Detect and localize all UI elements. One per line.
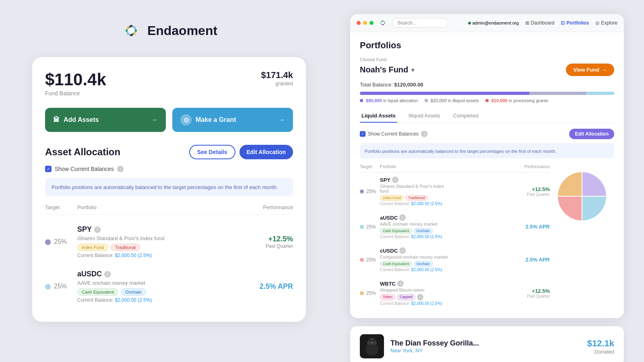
browser-dots: [357, 21, 374, 25]
ausdc-info-icon[interactable]: i: [104, 271, 111, 278]
ausdc-perf-value: 2.5% APR: [237, 282, 293, 291]
mini-ausdc-info-icon[interactable]: i: [399, 214, 406, 221]
dot-yellow[interactable]: [363, 21, 367, 25]
tab-liquid-assets[interactable]: Liquid Assets: [360, 109, 397, 123]
mini-spy-dot: [360, 189, 364, 193]
charity-location: New York, NY: [390, 348, 581, 354]
fund-granted-section: $171.4k granted: [261, 70, 293, 86]
bar-liquid: [360, 92, 529, 95]
tab-completed[interactable]: Completed: [452, 109, 480, 123]
grant-icon: ⊙: [180, 114, 192, 125]
see-details-button[interactable]: See Details: [189, 145, 235, 159]
app-content: Portfolios Choose Fund Noah's Fund ▾ Vie…: [350, 32, 624, 318]
mini-th-empty: [453, 164, 510, 169]
make-grant-button[interactable]: ⊙ Make a Grant →: [172, 108, 293, 132]
mini-wbtc-info-icon[interactable]: i: [397, 280, 404, 287]
mini-ausdc-desc: AAVE onchain money market: [380, 222, 453, 226]
mini-cusdc-target: 25%: [360, 257, 380, 263]
svg-point-7: [128, 27, 134, 34]
mini-cusdc-perf: 2.5% APR: [510, 257, 550, 263]
pie-slice-cusdc: [558, 196, 582, 220]
tab-illiquid-assets[interactable]: Illiquid Assets: [407, 109, 442, 123]
legend-liquid: $90,000 in liquid allocation: [360, 98, 418, 103]
granted-label: granted: [261, 80, 293, 86]
legend-dot-red: [485, 99, 489, 102]
browser-header: Search... admin@endaoment.org ⊞ Dashboar…: [350, 14, 624, 32]
mini-wbtc-pct: 25%: [366, 290, 376, 296]
spy-dot: [45, 239, 51, 245]
table-row: 25% WBTC i Wrapped Bitcoin token Token C…: [360, 276, 550, 310]
browser-nav-items: admin@endaoment.org ⊞ Dashboard ⊡ Portfo…: [468, 20, 617, 26]
mini-spy-name: SPY i: [380, 177, 453, 183]
show-balances-info-small[interactable]: i: [421, 131, 427, 137]
fund-selector[interactable]: Noah's Fund ▾: [360, 65, 414, 74]
pie-chart-svg: [554, 168, 610, 224]
ausdc-tag-cash: Cash Equivalent: [77, 288, 118, 296]
fund-name: Noah's Fund: [360, 65, 408, 74]
show-balances-checkbox[interactable]: [45, 166, 52, 172]
mini-wbtc-target: 25%: [360, 290, 380, 296]
mini-table-container: Target Portfolio Performance 25%: [360, 164, 614, 310]
nav-explore[interactable]: ◎ Explore: [595, 20, 617, 26]
show-balances-info-icon[interactable]: i: [117, 166, 124, 172]
mini-spy-info-icon[interactable]: i: [392, 177, 398, 183]
mini-cusdc-bal: Current Balance: $2,000.50 (2.5%): [380, 267, 453, 272]
mini-spy-tag-traditional: Traditional: [405, 195, 428, 201]
add-assets-label: Add Assets: [64, 116, 99, 123]
allocation-header: Asset Allocation See Details Edit Alloca…: [45, 145, 293, 159]
mini-spy-perf-label: Past Quarter: [510, 192, 550, 197]
spy-info-icon[interactable]: i: [94, 226, 101, 233]
legend-processing-amount: $10,000: [491, 98, 508, 103]
ausdc-performance: 2.5% APR: [237, 282, 293, 291]
mini-spy-desc: iShares Standard & Poor's index fund: [380, 184, 453, 193]
compass-icon: ◎: [595, 20, 599, 26]
allocation-info-box: Portfolio positions are automatically ba…: [45, 178, 293, 196]
email-text: admin@endaoment.org: [472, 21, 518, 25]
bar-illiquid: [529, 92, 586, 95]
dot-red[interactable]: [357, 21, 361, 25]
app-page-title: Portfolios: [360, 40, 614, 51]
mini-spy-bal: Current Balance: $2,000.50 (2.5%): [380, 202, 453, 206]
charity-name: The Dian Fossey Gorilla...: [390, 339, 581, 348]
mini-cusdc-tags: Cash Equivalent Onchain: [380, 261, 453, 267]
spy-desc: iShares Standard & Poor's index fund: [77, 235, 237, 241]
allocation-title: Asset Allocation: [45, 146, 120, 158]
th-performance: Performance: [237, 204, 293, 210]
mini-wbtc-capped-info-icon[interactable]: i: [417, 294, 423, 300]
legend-processing: $10,000 in processing grants: [485, 98, 548, 103]
allocation-actions: See Details Edit Allocation: [189, 145, 293, 159]
ausdc-name: aUSDC i: [77, 270, 237, 278]
view-fund-button[interactable]: View Fund →: [566, 64, 614, 76]
nav-dashboard[interactable]: ⊞ Dashboard: [525, 20, 555, 26]
legend-illiquid: $20,000 in illiquid assets: [425, 98, 479, 103]
mini-ausdc-tag-cash: Cash Equivalent: [380, 228, 412, 234]
edit-allocation-button[interactable]: Edit Allocation: [239, 145, 293, 159]
charity-donated-amount: $12.1k: [587, 338, 614, 349]
arrow-icon: →: [602, 67, 607, 73]
dot-green[interactable]: [369, 21, 374, 25]
ausdc-balance: Current Balance: $2,000.50 (2.5%): [77, 297, 237, 303]
browser-search-bar[interactable]: Search...: [392, 18, 448, 28]
fund-balance-amount: $110.4k: [45, 70, 106, 89]
add-assets-button[interactable]: 🏛 Add Assets →: [45, 108, 166, 132]
fund-balance-label: Fund Balance: [45, 90, 106, 97]
ausdc-tags: Cash Equivalent Onchain: [77, 288, 237, 296]
total-balance-amount: $120,000.00: [394, 82, 423, 88]
mini-ausdc-target: 25%: [360, 224, 380, 230]
pie-slice-wbtc: [558, 172, 582, 196]
nav-portfolios[interactable]: ⊡ Portfolios: [561, 20, 589, 26]
mini-cusdc-desc: Compound onchain money market: [380, 255, 453, 259]
show-balances-checkbox-small[interactable]: [360, 131, 365, 137]
mini-wbtc-name: WBTC i: [380, 280, 453, 287]
table-row: 25% aUSDC i AAVE onchain money market Ca…: [360, 210, 550, 243]
edit-allocation-button-small[interactable]: Edit Allocation: [569, 129, 614, 139]
charity-image: [360, 334, 384, 358]
mini-th-target: Target: [360, 164, 380, 169]
mini-ausdc-tags: Cash Equivalent Onchain: [380, 228, 453, 234]
mini-cusdc-info-icon[interactable]: i: [399, 247, 406, 254]
mini-spy-tags: Index Fund Traditional: [380, 195, 453, 201]
fund-stats-row: $110.4k Fund Balance $171.4k granted: [45, 70, 293, 97]
target-pct-ausdc: 25%: [45, 283, 77, 290]
allocation-controls: Show Current Balances i Edit Allocation: [360, 129, 614, 139]
show-balances-small-label: Show Current Balances: [368, 131, 419, 137]
